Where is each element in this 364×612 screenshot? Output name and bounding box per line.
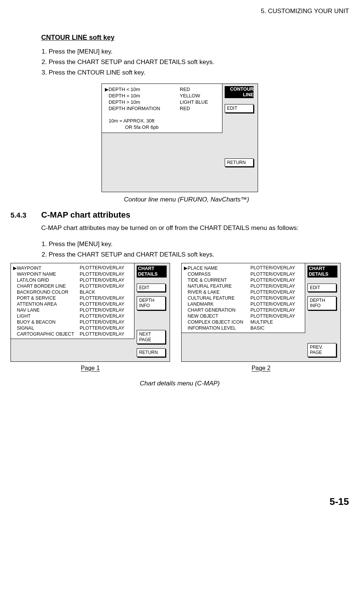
cursor-arrow-icon: ▶ xyxy=(13,265,17,271)
figure-caption: Chart details menu (C-MAP) xyxy=(10,380,349,387)
paragraph: C-MAP chart attributes may be turned on … xyxy=(41,224,349,233)
menu-row[interactable]: INFORMATION LEVELBASIC xyxy=(184,325,303,331)
softkey-title-details: CHART DETAILS xyxy=(307,266,337,278)
figure-chart-details-page1: ▶WAYPOINTPLOTTER/OVERLAYWAYPOINT NAMEPLO… xyxy=(10,263,170,362)
cursor-arrow-icon: ▶ xyxy=(184,265,188,271)
chart-details-panel-1: ▶WAYPOINTPLOTTER/OVERLAYWAYPOINT NAMEPLO… xyxy=(10,263,134,339)
edit-button[interactable]: EDIT xyxy=(137,284,166,292)
cursor-arrow-icon: ▶ xyxy=(105,87,109,92)
subsection-number: 5.4.3 xyxy=(10,211,41,219)
menu-row[interactable]: BUOY & BEACONPLOTTER/OVERLAY xyxy=(13,319,132,325)
return-button[interactable]: RETURN xyxy=(137,348,166,357)
depth-info-button[interactable]: DEPTH INFO xyxy=(307,296,336,310)
menu-row[interactable]: SIGNALPLOTTER/OVERLAY xyxy=(13,325,132,331)
menu-row[interactable]: ATTENTION AREAPLOTTER/OVERLAY xyxy=(13,301,132,307)
softkey-title-contour: CONTOUR LINE xyxy=(225,86,254,98)
page-number: 5-15 xyxy=(10,496,349,508)
menu-row[interactable]: CHART BORDER LINEPLOTTER/OVERLAY xyxy=(13,283,132,289)
softkey-title-details: CHART DETAILS xyxy=(137,266,167,278)
section-heading-contour: CNTOUR LINE soft key xyxy=(41,34,349,42)
menu-row[interactable]: CULTURAL FEATUREPLOTTER/OVERLAY xyxy=(184,295,303,301)
menu-row[interactable]: ▶WAYPOINTPLOTTER/OVERLAY xyxy=(13,265,132,271)
menu-row[interactable]: DEPTH > 10mLIGHT BLUE xyxy=(105,99,208,105)
chart-details-panel-2: ▶PLACE NAMEPLOTTER/OVERLAYCOMPASSPLOTTER… xyxy=(181,263,305,333)
menu-row[interactable]: CHART GENERATIONPLOTTER/OVERLAY xyxy=(184,307,303,313)
menu-row[interactable]: TIDE & CURRENTPLOTTER/OVERLAY xyxy=(184,277,303,283)
figure-chart-details-page2: ▶PLACE NAMEPLOTTER/OVERLAYCOMPASSPLOTTER… xyxy=(181,263,341,362)
menu-row[interactable]: CARTOGRAPHIC OBJECTPLOTTER/OVERLAY xyxy=(13,331,132,337)
subsection-title: C-MAP chart attributes xyxy=(41,210,130,220)
chapter-header: 5. CUSTOMIZING YOUR UNIT xyxy=(10,7,349,15)
menu-row[interactable]: LANDMARKPLOTTER/OVERLAY xyxy=(184,301,303,307)
menu-row[interactable]: DEPTH INFORMATIONRED xyxy=(105,105,208,112)
menu-row[interactable]: NATURAL FEATUREPLOTTER/OVERLAY xyxy=(184,283,303,289)
return-button[interactable]: RETURN xyxy=(225,158,254,167)
menu-row[interactable]: LIGHTPLOTTER/OVERLAY xyxy=(13,313,132,319)
menu-row[interactable]: COMPLEX OBJECT ICONMULTIPLE xyxy=(184,319,303,325)
contour-menu-panel: ▶DEPTH < 10mRED DEPTH = 10mYELLOW DEPTH … xyxy=(101,84,222,133)
step-item: Press the [MENU] key. xyxy=(49,240,349,249)
menu-note: 10m = APPROX. 30ft xyxy=(105,118,208,124)
menu-row[interactable]: BACKGROUND COLORBLACK xyxy=(13,289,132,295)
menu-row[interactable]: NEW OBJECTPLOTTER/OVERLAY xyxy=(184,313,303,319)
depth-info-button[interactable]: DEPTH INFO xyxy=(137,296,166,310)
steps-list-1: Press the [MENU] key. Press the CHART SE… xyxy=(41,47,349,77)
step-item: Press the CHART SETUP and CHART DETAILS … xyxy=(49,58,349,67)
figure-caption: Contour line menu (FURUNO, NavCharts™) xyxy=(24,196,349,203)
step-item: Press the CNTOUR LINE soft key. xyxy=(49,68,349,77)
next-page-button[interactable]: NEXT PAGE xyxy=(137,330,166,344)
menu-row[interactable]: PORT & SERVICEPLOTTER/OVERLAY xyxy=(13,295,132,301)
step-item: Press the CHART SETUP and CHART DETAILS … xyxy=(49,250,349,259)
menu-row[interactable]: ▶DEPTH < 10mRED xyxy=(105,86,208,93)
step-item: Press the [MENU] key. xyxy=(49,47,349,56)
page-label-1: Page 1 xyxy=(10,365,170,372)
figure-contour-menu: ▶DEPTH < 10mRED DEPTH = 10mYELLOW DEPTH … xyxy=(101,84,258,192)
menu-row[interactable]: ▶PLACE NAMEPLOTTER/OVERLAY xyxy=(184,265,303,271)
prev-page-button[interactable]: PREV. PAGE xyxy=(307,343,336,357)
steps-list-2: Press the [MENU] key. Press the CHART SE… xyxy=(41,240,349,259)
menu-row[interactable]: NAV LANEPLOTTER/OVERLAY xyxy=(13,307,132,313)
edit-button[interactable]: EDIT xyxy=(307,284,336,292)
menu-row[interactable]: LAT/LON GRIDPLOTTER/OVERLAY xyxy=(13,277,132,283)
menu-row[interactable]: RIVER & LAKEPLOTTER/OVERLAY xyxy=(184,289,303,295)
page-label-2: Page 2 xyxy=(181,365,341,372)
menu-row[interactable]: DEPTH = 10mYELLOW xyxy=(105,93,208,99)
edit-button[interactable]: EDIT xyxy=(225,104,254,112)
menu-row[interactable]: WAYPOINT NAMEPLOTTER/OVERLAY xyxy=(13,271,132,277)
menu-note: OR 5fa OR 6pb xyxy=(105,124,208,130)
menu-row[interactable]: COMPASSPLOTTER/OVERLAY xyxy=(184,271,303,277)
